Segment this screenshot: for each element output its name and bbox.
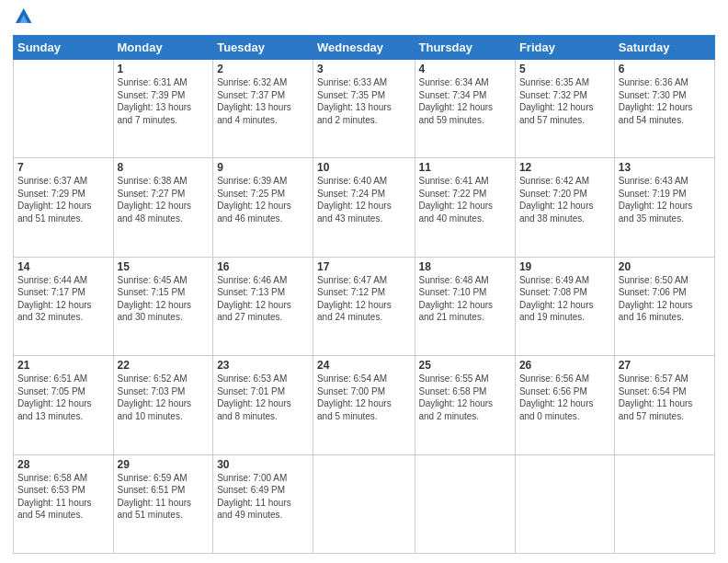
day-info: Sunrise: 6:34 AMSunset: 7:34 PMDaylight:… [419,76,511,126]
calendar-cell: 1Sunrise: 6:31 AMSunset: 7:39 PMDaylight… [113,60,213,158]
day-number: 16 [217,260,309,273]
day-header-monday: Monday [113,36,213,60]
calendar-cell: 21Sunrise: 6:51 AMSunset: 7:05 PMDayligh… [14,356,114,454]
day-number: 29 [118,458,210,471]
calendar-cell: 16Sunrise: 6:46 AMSunset: 7:13 PMDayligh… [213,257,313,355]
day-number: 21 [17,359,109,372]
calendar-cell: 28Sunrise: 6:58 AMSunset: 6:53 PMDayligh… [14,454,114,553]
day-info: Sunrise: 6:36 AMSunset: 7:30 PMDaylight:… [619,76,711,126]
day-number: 23 [217,359,309,372]
calendar-cell: 20Sunrise: 6:50 AMSunset: 7:06 PMDayligh… [614,257,714,355]
day-header-tuesday: Tuesday [213,36,313,60]
week-row-1: 7Sunrise: 6:37 AMSunset: 7:29 PMDaylight… [14,158,715,257]
calendar-cell: 15Sunrise: 6:45 AMSunset: 7:15 PMDayligh… [113,257,213,355]
day-number: 9 [217,161,309,174]
day-info: Sunrise: 6:53 AMSunset: 7:01 PMDaylight:… [217,373,309,422]
day-info: Sunrise: 6:50 AMSunset: 7:06 PMDaylight:… [619,274,711,324]
calendar-cell [313,454,415,553]
day-number: 8 [118,161,210,174]
day-number: 14 [17,260,109,273]
calendar-cell [515,454,614,553]
day-number: 11 [419,161,511,174]
day-header-thursday: Thursday [415,36,515,60]
calendar-cell: 29Sunrise: 6:59 AMSunset: 6:51 PMDayligh… [113,454,213,553]
day-number: 18 [419,260,511,273]
day-number: 12 [519,161,610,174]
day-info: Sunrise: 6:42 AMSunset: 7:20 PMDaylight:… [519,175,610,224]
day-number: 6 [619,63,711,75]
day-info: Sunrise: 6:35 AMSunset: 7:32 PMDaylight:… [519,76,610,126]
logo [13,9,35,29]
calendar-cell: 30Sunrise: 7:00 AMSunset: 6:49 PMDayligh… [213,454,313,553]
day-number: 19 [519,260,610,273]
header [13,9,715,29]
calendar-cell: 11Sunrise: 6:41 AMSunset: 7:22 PMDayligh… [415,158,515,257]
day-number: 30 [217,458,309,471]
day-info: Sunrise: 6:38 AMSunset: 7:27 PMDaylight:… [118,175,210,224]
calendar-cell: 23Sunrise: 6:53 AMSunset: 7:01 PMDayligh… [213,356,313,454]
day-header-wednesday: Wednesday [313,36,415,60]
day-number: 20 [619,260,711,273]
calendar-cell: 3Sunrise: 6:33 AMSunset: 7:35 PMDaylight… [313,60,415,158]
week-row-2: 14Sunrise: 6:44 AMSunset: 7:17 PMDayligh… [14,257,715,355]
day-info: Sunrise: 6:59 AMSunset: 6:51 PMDaylight:… [118,472,210,522]
calendar-cell: 8Sunrise: 6:38 AMSunset: 7:27 PMDaylight… [113,158,213,257]
calendar-cell [14,60,114,158]
day-number: 17 [317,260,410,273]
calendar-cell: 6Sunrise: 6:36 AMSunset: 7:30 PMDaylight… [614,60,714,158]
day-info: Sunrise: 6:41 AMSunset: 7:22 PMDaylight:… [419,175,511,224]
week-row-4: 28Sunrise: 6:58 AMSunset: 6:53 PMDayligh… [14,454,715,553]
week-row-3: 21Sunrise: 6:51 AMSunset: 7:05 PMDayligh… [14,356,715,454]
calendar-cell: 7Sunrise: 6:37 AMSunset: 7:29 PMDaylight… [14,158,114,257]
logo-icon [13,6,33,26]
calendar-cell: 5Sunrise: 6:35 AMSunset: 7:32 PMDaylight… [515,60,614,158]
day-number: 22 [118,359,210,372]
day-number: 3 [317,63,410,75]
day-number: 10 [317,161,410,174]
day-info: Sunrise: 6:46 AMSunset: 7:13 PMDaylight:… [217,274,309,324]
calendar-cell: 12Sunrise: 6:42 AMSunset: 7:20 PMDayligh… [515,158,614,257]
day-info: Sunrise: 6:39 AMSunset: 7:25 PMDaylight:… [217,175,309,224]
day-info: Sunrise: 6:40 AMSunset: 7:24 PMDaylight:… [317,175,410,224]
calendar-cell: 17Sunrise: 6:47 AMSunset: 7:12 PMDayligh… [313,257,415,355]
day-info: Sunrise: 6:33 AMSunset: 7:35 PMDaylight:… [317,76,410,126]
calendar-cell: 2Sunrise: 6:32 AMSunset: 7:37 PMDaylight… [213,60,313,158]
day-info: Sunrise: 6:32 AMSunset: 7:37 PMDaylight:… [217,76,309,126]
day-info: Sunrise: 6:49 AMSunset: 7:08 PMDaylight:… [519,274,610,324]
day-number: 13 [619,161,711,174]
calendar-cell: 27Sunrise: 6:57 AMSunset: 6:54 PMDayligh… [614,356,714,454]
day-header-saturday: Saturday [614,36,714,60]
calendar-cell: 14Sunrise: 6:44 AMSunset: 7:17 PMDayligh… [14,257,114,355]
day-number: 25 [419,359,511,372]
day-info: Sunrise: 6:37 AMSunset: 7:29 PMDaylight:… [17,175,109,224]
calendar-cell: 26Sunrise: 6:56 AMSunset: 6:56 PMDayligh… [515,356,614,454]
calendar-cell [415,454,515,553]
day-number: 15 [118,260,210,273]
calendar-cell: 13Sunrise: 6:43 AMSunset: 7:19 PMDayligh… [614,158,714,257]
day-info: Sunrise: 6:51 AMSunset: 7:05 PMDaylight:… [17,373,109,422]
day-info: Sunrise: 6:43 AMSunset: 7:19 PMDaylight:… [619,175,711,224]
week-row-0: 1Sunrise: 6:31 AMSunset: 7:39 PMDaylight… [14,60,715,158]
day-info: Sunrise: 6:48 AMSunset: 7:10 PMDaylight:… [419,274,511,324]
calendar-cell: 19Sunrise: 6:49 AMSunset: 7:08 PMDayligh… [515,257,614,355]
day-number: 24 [317,359,410,372]
calendar-cell [614,454,714,553]
day-info: Sunrise: 6:57 AMSunset: 6:54 PMDaylight:… [619,373,711,422]
day-info: Sunrise: 6:55 AMSunset: 6:58 PMDaylight:… [419,373,511,422]
calendar-header-row: SundayMondayTuesdayWednesdayThursdayFrid… [14,36,715,60]
calendar-cell: 25Sunrise: 6:55 AMSunset: 6:58 PMDayligh… [415,356,515,454]
day-number: 1 [118,63,210,75]
day-number: 26 [519,359,610,372]
day-number: 4 [419,63,511,75]
calendar-table: SundayMondayTuesdayWednesdayThursdayFrid… [13,35,715,554]
calendar-cell: 24Sunrise: 6:54 AMSunset: 7:00 PMDayligh… [313,356,415,454]
calendar-cell: 9Sunrise: 6:39 AMSunset: 7:25 PMDaylight… [213,158,313,257]
day-number: 27 [619,359,711,372]
day-info: Sunrise: 6:54 AMSunset: 7:00 PMDaylight:… [317,373,410,422]
day-info: Sunrise: 6:45 AMSunset: 7:15 PMDaylight:… [118,274,210,324]
calendar-cell: 4Sunrise: 6:34 AMSunset: 7:34 PMDaylight… [415,60,515,158]
day-info: Sunrise: 7:00 AMSunset: 6:49 PMDaylight:… [217,472,309,522]
day-header-friday: Friday [515,36,614,60]
day-number: 5 [519,63,610,75]
page: SundayMondayTuesdayWednesdayThursdayFrid… [0,0,728,563]
